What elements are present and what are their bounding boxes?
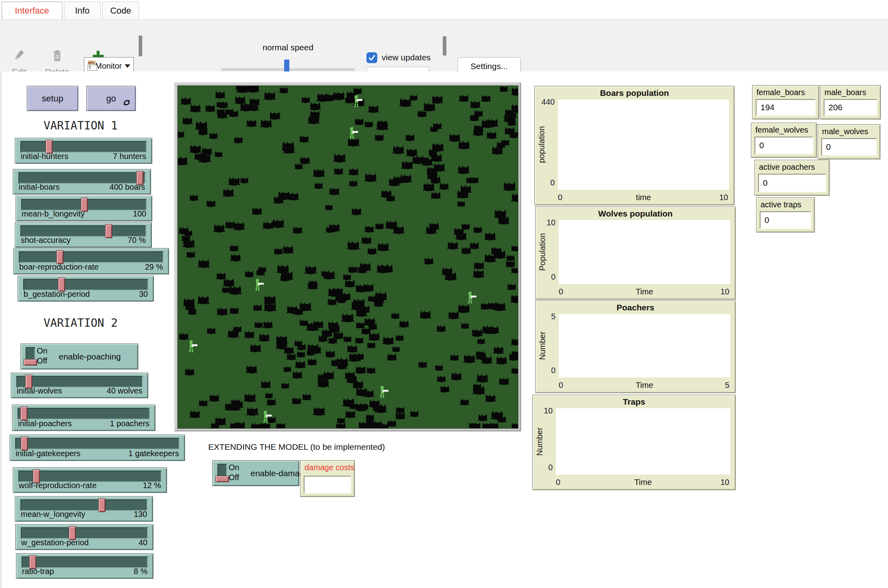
slider-initial-wolves[interactable]: initial-wolves40 wolves (11, 373, 148, 398)
slider-thumb[interactable] (56, 250, 64, 264)
boar-sprite (321, 270, 330, 279)
boar-sprite (364, 172, 377, 184)
tab-info[interactable]: Info (64, 2, 101, 19)
slider-track[interactable] (21, 199, 147, 211)
boar-sprite (355, 402, 368, 413)
variation2-heading: VARIATION 2 (44, 316, 117, 330)
slider-thumb[interactable] (21, 437, 28, 451)
boar-sprite (253, 304, 263, 313)
slider-value: 70 % (127, 236, 146, 245)
world-view[interactable] (175, 83, 521, 431)
plot-area (559, 220, 730, 284)
boar-sprite (478, 413, 488, 423)
switch-thumb[interactable] (24, 359, 37, 366)
go-button[interactable]: go (86, 86, 136, 111)
boar-sprite (348, 167, 359, 177)
slider-track[interactable] (20, 225, 146, 237)
monitor-active-traps: active traps0 (756, 197, 815, 232)
slider-track[interactable] (16, 376, 143, 387)
setup-label: setup (42, 93, 64, 104)
slider-track[interactable] (19, 251, 163, 263)
boar-sprite (273, 247, 283, 256)
boar-sprite (490, 422, 499, 429)
slider-ratio-trap[interactable]: ratio-trap8 % (16, 553, 153, 579)
slider-labels: initial-gatekeepers1 gatekeepers (16, 449, 179, 458)
boar-sprite (304, 264, 317, 276)
view-updates-checkbox[interactable] (366, 52, 377, 63)
boar-sprite (246, 119, 257, 129)
boar-sprite (398, 320, 410, 330)
slider-shot-accuracy[interactable]: shot-accuracy70 % (15, 222, 152, 248)
tab-interface[interactable]: Interface (2, 2, 62, 19)
plot-xmax-tick: 10 (721, 478, 729, 487)
boar-sprite (392, 346, 400, 354)
monitor-label: male_boars (824, 88, 866, 97)
boar-sprite (472, 385, 486, 397)
slider-track[interactable] (18, 408, 150, 419)
boar-sprite (506, 254, 515, 263)
slider-thumb[interactable] (20, 407, 28, 421)
slider-initial-poachers[interactable]: initial-poachers1 poachers (12, 405, 155, 431)
boar-sprite (342, 397, 355, 409)
slider-name: boar-reproduction-rate (19, 262, 99, 272)
boar-sprite (317, 378, 330, 389)
switch-enable-damage[interactable]: OnOffenable-damage (212, 460, 299, 486)
slider-initial-hunters[interactable]: initial-hunters7 hunters (15, 138, 152, 164)
slider-track[interactable] (18, 172, 145, 184)
slider-mean-w_longevity[interactable]: mean-w_longevity130 (15, 496, 153, 522)
slider-initial-boars[interactable]: initial-boars400 boars (13, 169, 151, 195)
boar-sprite (227, 329, 239, 340)
boar-sprite (484, 231, 496, 242)
settings-label: Settings... (470, 62, 508, 71)
boar-sprite (412, 155, 424, 166)
slider-track[interactable] (21, 527, 148, 539)
slider-mean-b_longevity[interactable]: mean-b_longevity100 (16, 196, 152, 221)
boar-sprite (283, 144, 295, 156)
slider-boar-reproduction-rate[interactable]: boar-reproduction-rate29 % (13, 248, 169, 274)
boar-sprite (275, 422, 286, 429)
boar-sprite (386, 194, 396, 203)
boar-sprite (368, 104, 379, 115)
boar-sprite (343, 335, 352, 344)
boar-sprite (440, 385, 450, 395)
boar-sprite (329, 187, 340, 197)
slider-value: 12 % (143, 481, 161, 490)
plot-area (558, 99, 729, 190)
go-label: go (106, 93, 116, 104)
boar-sprite (364, 317, 376, 328)
boar-sprite (309, 280, 317, 288)
slider-track[interactable] (23, 279, 148, 290)
plot-title: Wolves population (536, 209, 735, 219)
boar-sprite (434, 364, 444, 373)
boar-sprite (509, 130, 518, 140)
tab-code[interactable]: Code (102, 2, 139, 19)
boar-sprite (249, 97, 260, 108)
boar-sprite (281, 382, 290, 391)
slider-track[interactable] (18, 471, 161, 482)
boar-sprite (426, 166, 438, 177)
boar-sprite (262, 220, 274, 231)
slider-track[interactable] (22, 556, 148, 568)
slider-b_gestation-period[interactable]: b_gestation-period30 (18, 276, 154, 302)
chevron-down-icon (125, 64, 130, 68)
setup-button[interactable]: setup (27, 86, 78, 111)
slider-w_gestation-period[interactable]: w_gestation-period40 (15, 524, 153, 550)
slider-wolf-reproduction-rate[interactable]: wolf-reproduction-rate12 % (13, 467, 167, 493)
boar-sprite (385, 219, 398, 231)
boar-sprite (362, 283, 374, 294)
boar-sprite (243, 392, 257, 404)
boar-sprite (341, 312, 354, 324)
slider-track[interactable] (20, 499, 147, 511)
boar-sprite (275, 340, 288, 352)
slider-labels: ratio-trap8 % (22, 567, 147, 576)
switch-enable-poaching[interactable]: OnOffenable-poaching (20, 344, 138, 369)
boar-sprite (225, 220, 236, 230)
slider-initial-gatekeepers[interactable]: initial-gatekeepers1 gatekeepers (10, 435, 185, 461)
slider-track[interactable] (20, 141, 147, 153)
boar-sprite (359, 262, 372, 273)
plot-area (556, 408, 730, 475)
plot-xlabel: Time (559, 381, 730, 390)
boar-sprite (186, 250, 196, 260)
switch-thumb[interactable] (215, 476, 229, 482)
slider-track[interactable] (15, 438, 179, 449)
